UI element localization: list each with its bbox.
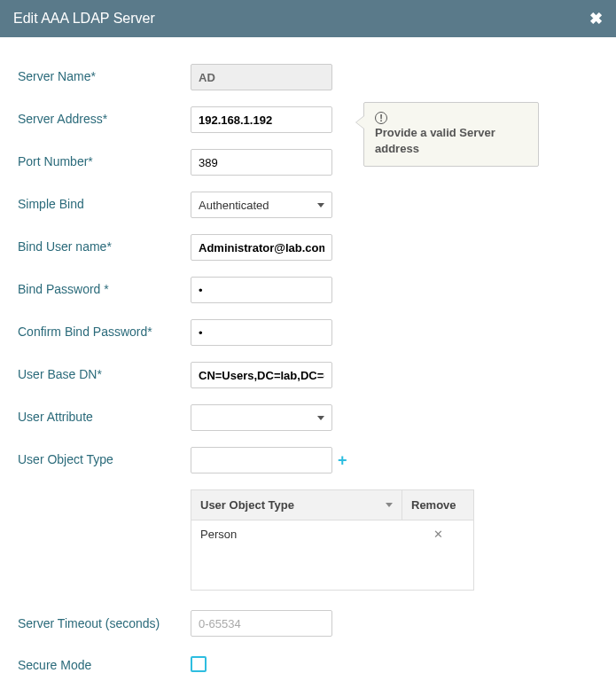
server-address-input[interactable] [191,106,332,133]
server-address-label: Server Address* [18,106,191,126]
add-icon[interactable]: + [338,447,347,473]
th-user-object-type[interactable]: User Object Type [191,490,402,520]
confirm-password-input[interactable] [191,319,332,346]
secure-mode-label: Secure Mode [18,653,191,672]
server-name-label: Server Name* [18,64,191,83]
simple-bind-value: Authenticated [199,199,269,212]
form-body: Server Name* Server Address* ! Provide a… [0,37,616,673]
dialog-header: Edit AAA LDAP Server ✖ [0,0,616,37]
user-object-type-label: User Object Type [18,447,191,466]
user-attribute-select[interactable] [191,404,332,431]
remove-row-button[interactable]: ✕ [402,520,473,548]
server-timeout-label: Server Timeout (seconds) [18,610,191,631]
sort-icon [386,503,393,507]
secure-mode-checkbox[interactable] [191,656,207,672]
chevron-down-icon [317,203,324,207]
user-base-dn-input[interactable] [191,362,332,388]
user-attribute-label: User Attribute [18,404,191,424]
user-base-dn-label: User Base DN* [18,362,191,381]
dialog-title: Edit AAA LDAP Server [13,11,155,27]
close-icon[interactable]: ✖ [589,9,603,28]
server-name-input [191,64,332,90]
warning-icon: ! [375,112,387,124]
port-number-input[interactable] [191,149,332,176]
confirm-password-label: Confirm Bind Password* [18,319,191,339]
simple-bind-label: Simple Bind [18,192,191,211]
bind-password-input[interactable] [191,277,332,303]
user-object-type-input[interactable] [191,447,332,473]
server-timeout-input[interactable] [191,610,332,637]
bind-user-label: Bind User name* [18,234,191,254]
th-remove: Remove [402,490,473,520]
user-object-type-table: User Object Type Remove Person ✕ [191,489,474,591]
callout-arrow-icon [355,115,364,129]
bind-password-label: Bind Password * [18,277,191,296]
bind-user-input[interactable] [191,234,332,261]
table-row: Person ✕ [191,520,473,548]
simple-bind-select[interactable]: Authenticated [191,192,332,218]
table-body: Person ✕ [191,520,473,590]
cell-object-type: Person [191,520,402,548]
table-header: User Object Type Remove [191,490,473,520]
chevron-down-icon [317,416,324,420]
port-number-label: Port Number* [18,149,191,168]
